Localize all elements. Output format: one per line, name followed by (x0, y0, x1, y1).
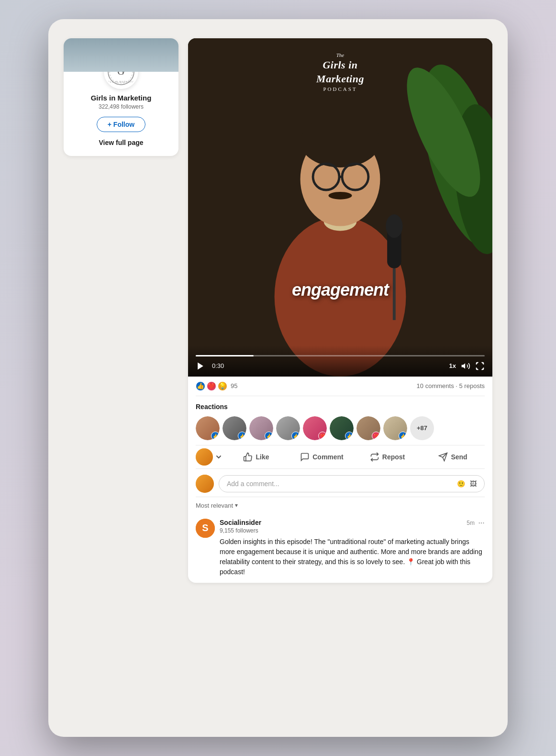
reaction-avatar-6[interactable]: 👍 (330, 416, 354, 440)
comment-item: S Socialinsider 5m ··· 9,155 fol (196, 513, 485, 583)
separator: · (456, 382, 457, 389)
comment-avatar: S (196, 519, 215, 538)
like-action-button[interactable]: Like (224, 448, 288, 466)
socialinsider-avatar: S (196, 519, 215, 538)
more-reactions[interactable]: +87 (410, 416, 434, 440)
send-action-button[interactable]: Send (421, 448, 485, 466)
comment-input-placeholder: Add a comment... (227, 480, 279, 488)
page-followers: 322,498 followers (71, 103, 171, 110)
sort-row[interactable]: Most relevant ▾ (196, 497, 485, 513)
comments-count: 10 comments (417, 382, 454, 389)
like-badge-8: 👍 (399, 432, 407, 440)
comment-input-box[interactable]: Add a comment... 🙂 🖼 (219, 475, 485, 492)
follow-button[interactable]: + Follow (97, 117, 145, 132)
device-frame: G GIRLS IN MARKETING Girls in Marketing … (48, 19, 508, 737)
reaction-avatar-7[interactable]: ❤️ (356, 416, 380, 440)
like-badge-2: 👍 (238, 432, 246, 440)
comment-author: Socialinsider (220, 519, 261, 526)
reactions-avatars: 👍 👍 👍 (196, 416, 485, 440)
reaction-avatar-3[interactable]: 👍 (249, 416, 273, 440)
play-button[interactable] (196, 361, 205, 371)
reposts-count: 5 reposts (459, 382, 485, 389)
comment-input-icons: 🙂 🖼 (457, 480, 477, 488)
like-badge-6: 👍 (345, 432, 354, 440)
svg-marker-19 (198, 362, 203, 369)
insightful-emoji: 💡 (218, 381, 227, 391)
reaction-avatar-2[interactable]: 👍 (222, 416, 246, 440)
reaction-avatar-1[interactable]: 👍 (196, 416, 220, 440)
page-name: Girls in Marketing (71, 94, 171, 102)
volume-icon (461, 361, 470, 371)
commenter-avatar (196, 475, 214, 493)
svg-text:GIRLS IN MARKETING: GIRLS IN MARKETING (107, 80, 135, 83)
reaction-avatar-5[interactable]: ❤️ (303, 416, 327, 440)
fullscreen-icon (475, 361, 485, 371)
love-badge-7: ❤️ (372, 432, 380, 440)
podcast-word: PODCAST (316, 86, 364, 92)
time-display: 0:30 (212, 362, 224, 369)
video-controls: 0:30 1x (188, 345, 492, 377)
reaction-avatar-4[interactable]: 👍 (276, 416, 300, 440)
svg-point-11 (300, 116, 380, 167)
reactions-summary: 👍 ❤️ 💡 95 10 comments · 5 reposts (196, 377, 485, 396)
main-content: G GIRLS IN MARKETING Girls in Marketing … (64, 38, 492, 583)
like-icon (243, 452, 253, 462)
right-panel: The Girls inMarketing PODCAST engagement (188, 38, 492, 583)
repost-icon (370, 452, 379, 462)
volume-button[interactable] (461, 361, 470, 371)
like-emoji: 👍 (196, 381, 205, 391)
svg-point-17 (386, 214, 402, 238)
caption-text: engagement (292, 280, 389, 300)
love-badge-5: ❤️ (318, 432, 327, 440)
reaction-icons-row: 👍 ❤️ 💡 95 (196, 381, 237, 391)
emoji-icon[interactable]: 🙂 (457, 480, 465, 488)
podcast-the: The (316, 52, 364, 58)
podcast-title-overlay: The Girls inMarketing PODCAST (316, 52, 364, 93)
reaction-avatar-8[interactable]: 👍 (383, 416, 407, 440)
comment-button-label: Comment (312, 453, 344, 461)
repost-action-button[interactable]: Repost (356, 448, 419, 466)
controls-row: 0:30 1x (196, 361, 485, 371)
repost-button-label: Repost (382, 453, 405, 461)
reactions-section: Reactions 👍 👍 (196, 396, 485, 445)
comment-action-button[interactable]: Comment (290, 448, 354, 466)
post-footer: 👍 ❤️ 💡 95 10 comments · 5 reposts Reacti… (188, 377, 492, 583)
comment-text: Golden insights in this episode! The "un… (220, 537, 485, 577)
fullscreen-button[interactable] (475, 361, 485, 371)
comment-input-row: Add a comment... 🙂 🖼 (196, 469, 485, 497)
page-cover (64, 38, 178, 72)
send-icon (438, 452, 448, 462)
video-thumbnail: The Girls inMarketing PODCAST engagement (188, 38, 492, 377)
like-button-label: Like (256, 453, 269, 461)
reaction-dropdown-button[interactable] (215, 452, 222, 462)
like-badge-4: 👍 (291, 432, 300, 440)
like-badge-1: 👍 (211, 432, 220, 440)
video-container[interactable]: The Girls inMarketing PODCAST engagement (188, 38, 492, 377)
comment-meta: 5m ··· (467, 520, 485, 526)
play-icon (196, 361, 205, 371)
speed-button[interactable]: 1x (449, 362, 456, 369)
send-button-label: Send (451, 453, 467, 461)
reaction-count: 95 (231, 382, 237, 389)
like-badge-3: 👍 (265, 432, 273, 440)
svg-point-15 (328, 192, 352, 200)
user-action-avatar (196, 448, 213, 466)
comment-icon (300, 452, 310, 462)
chevron-down-icon (216, 454, 222, 460)
view-full-page-link[interactable]: View full page (71, 139, 171, 146)
comment-subfollowers: 9,155 followers (220, 527, 485, 534)
comments-reposts: 10 comments · 5 reposts (417, 382, 485, 389)
image-icon[interactable]: 🖼 (470, 480, 477, 488)
comment-body: Socialinsider 5m ··· 9,155 followers Gol… (220, 519, 485, 577)
left-panel: G GIRLS IN MARKETING Girls in Marketing … (64, 38, 178, 156)
sort-label: Most relevant (196, 502, 233, 509)
sort-chevron-icon: ▾ (235, 502, 238, 509)
progress-bar[interactable] (196, 355, 485, 356)
action-buttons: Like Comment (196, 445, 485, 469)
love-emoji: ❤️ (207, 381, 216, 391)
comment-time: 5m (467, 520, 475, 526)
reactions-label: Reactions (196, 403, 485, 411)
podcast-name: Girls inMarketing (316, 58, 364, 86)
comment-more-icon[interactable]: ··· (478, 520, 485, 526)
progress-fill (196, 355, 254, 356)
